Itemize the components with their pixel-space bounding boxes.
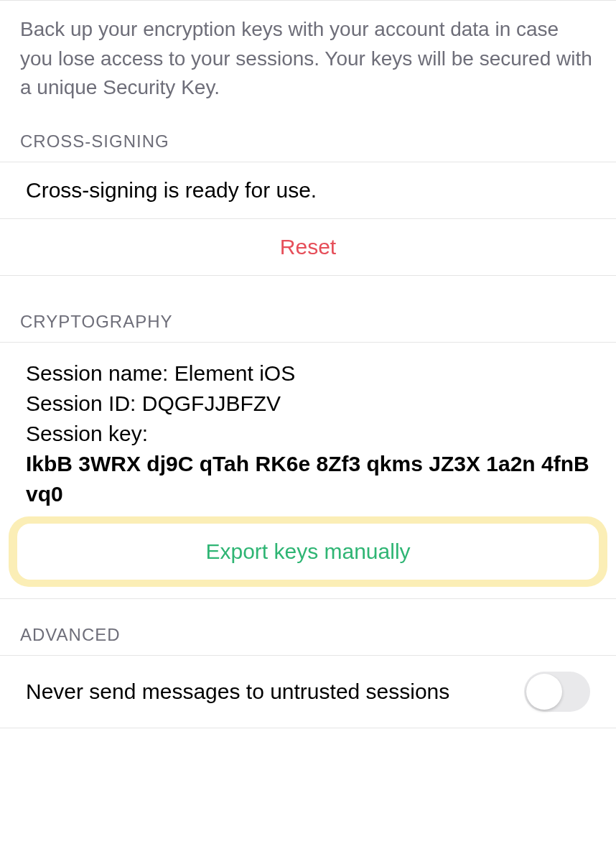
advanced-header: ADVANCED <box>0 625 616 655</box>
cross-signing-group: Cross-signing is ready for use. Reset <box>0 162 616 276</box>
never-send-row: Never send messages to untrusted session… <box>0 656 616 728</box>
export-keys-button[interactable]: Export keys manually <box>17 524 599 580</box>
cryptography-group: Session name: Element iOS Session ID: DQ… <box>0 342 616 599</box>
cross-signing-status: Cross-signing is ready for use. <box>0 162 616 218</box>
switch-knob <box>526 674 562 710</box>
export-keys-highlight: Export keys manually <box>9 516 607 587</box>
session-name-value: Element iOS <box>174 361 295 385</box>
cross-signing-header: CROSS-SIGNING <box>0 131 616 162</box>
cryptography-header: CRYPTOGRAPHY <box>0 312 616 342</box>
session-name-label: Session name: <box>26 361 174 385</box>
reset-button[interactable]: Reset <box>0 218 616 275</box>
session-id-label: Session ID: <box>26 391 142 415</box>
cryptography-info: Session name: Element iOS Session ID: DQ… <box>0 343 616 509</box>
advanced-group: Never send messages to untrusted session… <box>0 655 616 728</box>
session-key-value: IkbB 3WRX dj9C qTah RK6e 8Zf3 qkms JZ3X … <box>26 449 590 509</box>
session-id-value: DQGFJJBFZV <box>142 391 281 415</box>
never-send-toggle[interactable] <box>524 672 590 712</box>
never-send-label: Never send messages to untrusted session… <box>26 677 524 707</box>
backup-description: Back up your encryption keys with your a… <box>0 1 616 131</box>
session-key-label: Session key: <box>26 419 590 449</box>
